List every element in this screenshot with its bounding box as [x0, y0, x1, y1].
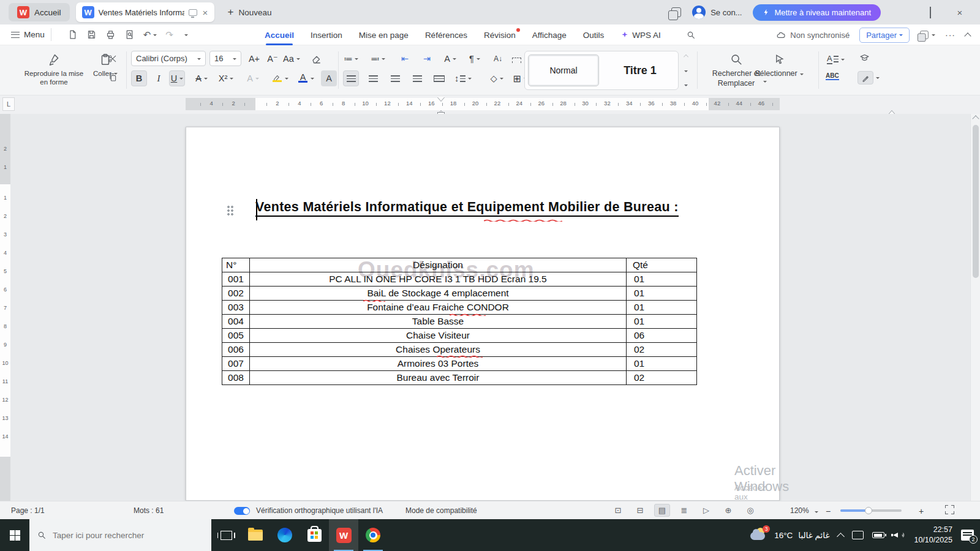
superscript-button[interactable]: X² — [218, 70, 234, 86]
save-icon[interactable] — [86, 29, 97, 40]
annotate-button[interactable]: A — [827, 54, 845, 64]
tab-selector[interactable]: L — [2, 97, 15, 111]
shading-button[interactable]: ◇ — [489, 70, 505, 86]
table-cell[interactable]: 006 — [222, 343, 250, 357]
underline-button[interactable]: U — [169, 70, 185, 86]
highlight-button[interactable] — [272, 70, 288, 86]
table-cell[interactable]: 01 — [627, 357, 697, 371]
start-button[interactable] — [0, 519, 29, 551]
taskbar-search[interactable] — [29, 519, 211, 551]
zoom-level[interactable]: 120% — [790, 506, 809, 515]
grow-font-button[interactable]: A+ — [246, 51, 262, 67]
vertical-scrollbar[interactable] — [970, 114, 980, 501]
undo-button[interactable]: ↶ — [143, 29, 157, 40]
eye-protect-icon[interactable]: ◎ — [742, 504, 758, 517]
cast-icon[interactable] — [852, 531, 864, 539]
more-options-icon[interactable]: ··· — [945, 30, 956, 40]
word-count[interactable]: Mots : 61 — [134, 506, 164, 515]
zoom-out-button[interactable]: − — [826, 506, 831, 516]
table-cell[interactable]: Fontaine d’eau Fraiche CONDOR — [250, 301, 627, 315]
main-menu-button[interactable]: Menu — [11, 30, 45, 39]
speaker-icon[interactable] — [893, 530, 905, 540]
table-row[interactable]: 002BaiL de Stockage 4 emplacement01 — [222, 287, 697, 301]
read-mode-icon[interactable]: ▷ — [698, 504, 714, 517]
table-header-cell[interactable]: N° — [222, 258, 250, 272]
weather-widget[interactable]: 3 16°C غائم غالبا — [750, 528, 829, 542]
justify-button[interactable] — [409, 70, 425, 86]
chrome-button[interactable] — [358, 519, 388, 551]
align-left-button[interactable] — [343, 70, 359, 86]
window-switch-icon[interactable] — [671, 7, 681, 17]
bullets-button[interactable]: ≔ — [343, 51, 359, 67]
italic-button[interactable]: I — [151, 70, 167, 86]
table-cell[interactable]: 002 — [222, 287, 250, 301]
style-normal[interactable]: Normal — [528, 54, 599, 86]
clock[interactable]: 22:57 10/10/2025 — [914, 525, 952, 545]
style-titre1[interactable]: Titre 1 — [605, 54, 675, 86]
table-row[interactable]: 005Chaise Visiteur06 — [222, 329, 697, 343]
table-cell[interactable]: Table Basse — [250, 315, 627, 329]
tab-ruler-button[interactable] — [508, 52, 524, 68]
format-painter-button[interactable]: Reproduire la mise en forme — [20, 51, 88, 87]
clear-format-button[interactable] — [309, 51, 325, 67]
table-cell[interactable]: 02 — [627, 371, 697, 385]
tab-insertion[interactable]: Insertion — [311, 24, 342, 45]
upgrade-button[interactable]: Mettre à niveau maintenant — [753, 4, 881, 21]
font-size-select[interactable]: 16 — [209, 51, 241, 66]
chevron-down-icon[interactable] — [815, 511, 818, 515]
table-cell[interactable]: BaiL de Stockage 4 emplacement — [250, 287, 627, 301]
file-explorer-button[interactable] — [241, 519, 270, 551]
styles-down-icon[interactable] — [684, 70, 688, 74]
export-view-icon[interactable]: ⊟ — [632, 504, 648, 517]
document-page[interactable]: Ventes Matériels Informatique et Equipem… — [186, 127, 780, 501]
paragraph-marks-button[interactable]: ¶ — [467, 51, 483, 67]
close-tab-icon[interactable]: × — [203, 7, 208, 18]
home-tab[interactable]: W Accueil — [9, 3, 70, 21]
table-cell[interactable]: 01 — [627, 301, 697, 315]
strikethrough-button[interactable]: A — [194, 70, 209, 86]
text-effect-button[interactable]: A — [442, 51, 458, 67]
zoom-slider-knob[interactable] — [865, 507, 872, 514]
align-right-button[interactable] — [387, 70, 403, 86]
zoom-in-button[interactable]: + — [919, 506, 924, 516]
distribute-button[interactable] — [431, 70, 447, 86]
styles-up-icon[interactable] — [684, 54, 688, 59]
line-spacing-button[interactable]: ↕ — [454, 70, 472, 86]
table-cell[interactable]: 01 — [627, 272, 697, 287]
table-cell[interactable]: PC ALL IN ONE HP CORE I3 1 TB HDD Ecran … — [250, 272, 627, 287]
notification-center-icon[interactable]: 2 — [961, 530, 974, 541]
table-cell[interactable]: 004 — [222, 315, 250, 329]
table-cell[interactable]: Chaise Visiteur — [250, 329, 627, 343]
signin-label[interactable]: Se con... — [710, 8, 742, 17]
select-button[interactable]: Sélectionner — [748, 51, 810, 79]
print-layout-view-icon[interactable]: ▤ — [654, 504, 670, 517]
table-row[interactable]: 003Fontaine d’eau Fraiche CONDOR01 — [222, 301, 697, 315]
shrink-font-button[interactable]: A⁻ — [265, 51, 281, 67]
edge-button[interactable] — [270, 519, 300, 551]
page-setup-icon[interactable]: ⊡ — [610, 504, 626, 517]
avatar[interactable] — [692, 6, 706, 19]
tab-accueil[interactable]: Accueil — [265, 24, 294, 45]
change-case-button[interactable]: Aa — [283, 51, 300, 67]
ink-tool-button[interactable] — [858, 71, 880, 84]
close-button[interactable]: × — [951, 7, 969, 18]
styles-more-icon[interactable] — [684, 84, 688, 88]
battery-icon[interactable] — [872, 532, 884, 538]
table-row[interactable]: 007Armoires 03 Portes01 — [222, 357, 697, 371]
task-view-button[interactable] — [211, 519, 241, 551]
tab-affichage[interactable]: Affichage — [532, 24, 567, 45]
scrollbar-thumb[interactable] — [973, 125, 979, 278]
zoom-slider[interactable] — [840, 509, 902, 512]
switch-layout-button[interactable] — [919, 30, 935, 40]
quickbar-more-icon[interactable] — [184, 34, 188, 38]
cut-icon[interactable] — [108, 54, 118, 64]
table-cell[interactable]: 02 — [627, 343, 697, 357]
hidden-icons-chevron[interactable] — [837, 533, 845, 541]
sync-status[interactable]: Non synchronisé — [776, 31, 850, 40]
restore-button[interactable] — [921, 7, 940, 18]
decrease-indent-button[interactable]: ⇤ — [397, 51, 413, 67]
text-effects-button[interactable]: A — [245, 70, 261, 86]
table-cell[interactable]: 003 — [222, 301, 250, 315]
wps-office-button[interactable]: W — [329, 519, 358, 551]
web-view-icon[interactable]: ⊕ — [720, 504, 736, 517]
